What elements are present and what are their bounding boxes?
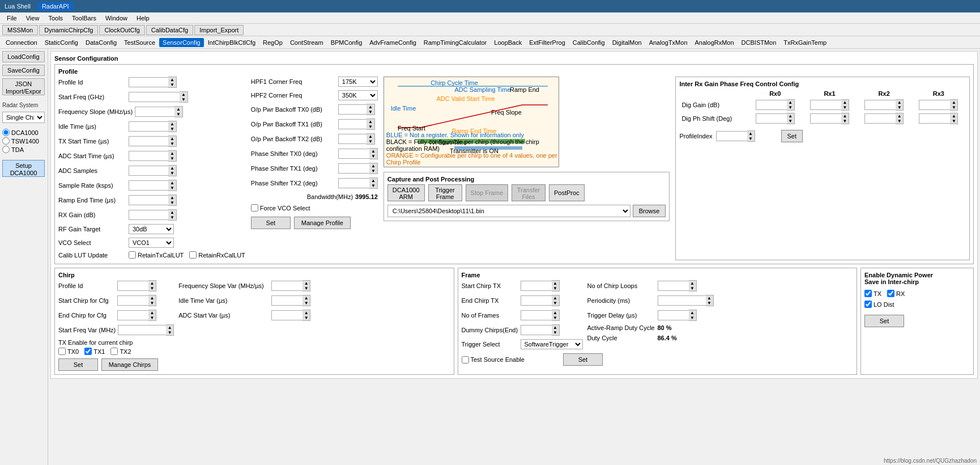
retain-rx-cal-label[interactable]: RetainRxCalLUT	[189, 251, 245, 259]
tab-import-export[interactable]: Import_Export	[194, 25, 244, 35]
op-pwr-tx2-spinbox[interactable]: 0 ▲ ▼	[338, 133, 375, 145]
tx-start-time-spinbox[interactable]: 0.00 ▲ ▼	[129, 136, 177, 147]
dig-ph-rx3-up[interactable]: ▲	[950, 113, 957, 119]
freq-slope-var-input[interactable]: 0.000	[271, 281, 302, 291]
adc-start-var-input[interactable]: 0.00	[271, 310, 302, 320]
tab-intchirpblk[interactable]: IntChirpBlkCtlCfg	[204, 38, 259, 47]
no-of-frames-up[interactable]: ▲	[552, 310, 559, 315]
dig-ph-rx1-cell[interactable]: 0.00 ▲ ▼	[802, 112, 857, 125]
dynamic-power-set-btn[interactable]: Set	[864, 315, 904, 327]
tx2-chirp-label[interactable]: TX2	[110, 348, 131, 355]
rf-gain-select[interactable]: 30dB	[129, 224, 174, 234]
phase-tx2-down[interactable]: ▼	[369, 183, 377, 188]
browse-btn[interactable]: Browse	[633, 205, 666, 217]
dig-gain-rx3-down[interactable]: ▼	[950, 105, 957, 110]
dig-gain-rx1-down[interactable]: ▼	[841, 105, 849, 110]
adc-samples-input[interactable]: 256	[129, 166, 168, 176]
tab-dcbistmon[interactable]: DCBISTMon	[738, 38, 780, 47]
profile-index-up[interactable]: ▲	[747, 131, 755, 136]
profile-id-up[interactable]: ▲	[168, 77, 176, 82]
dig-ph-rx3-down[interactable]: ▼	[950, 119, 957, 124]
retain-tx-cal-label[interactable]: RetainTxCalLUT	[129, 251, 184, 259]
dig-gain-rx3-up[interactable]: ▲	[950, 100, 957, 105]
idle-time-var-up[interactable]: ▲	[302, 295, 310, 301]
tab-sensorconfig[interactable]: SensorConfig	[159, 38, 204, 47]
dummy-chirps-down[interactable]: ▼	[552, 330, 559, 335]
hpf1-select[interactable]: 175K	[338, 77, 378, 87]
dig-gain-rx1-input[interactable]: 0.0	[810, 100, 841, 110]
menu-file[interactable]: File	[2, 14, 22, 23]
sample-rate-up[interactable]: ▲	[168, 180, 176, 185]
manage-chirps-btn[interactable]: Manage Chirps	[101, 358, 158, 371]
end-chirp-cfg-input[interactable]: 2	[117, 310, 148, 320]
adc-start-var-down[interactable]: ▼	[302, 315, 310, 320]
phase-tx0-up[interactable]: ▲	[369, 149, 377, 154]
start-freq-var-down[interactable]: ▼	[166, 330, 173, 335]
rx-dynamic-power-label[interactable]: RX	[887, 290, 905, 297]
periodicity-down[interactable]: ▼	[706, 301, 713, 306]
phase-tx0-down[interactable]: ▼	[369, 154, 377, 159]
tda-radio-label[interactable]: TDA	[2, 146, 45, 153]
op-pwr-tx0-spinbox[interactable]: 0 ▲ ▼	[338, 104, 375, 115]
rx-dynamic-power-checkbox[interactable]	[887, 290, 894, 297]
phase-tx0-spinbox[interactable]: 0.000 ▲ ▼	[338, 148, 378, 159]
idle-time-down[interactable]: ▼	[168, 126, 176, 132]
rx-gain-spinbox[interactable]: 30 ▲ ▼	[129, 209, 177, 221]
tab-digitalmon[interactable]: DigitalMon	[609, 38, 645, 47]
sample-rate-down[interactable]: ▼	[168, 185, 176, 191]
json-import-export-btn[interactable]: JSONImport/Expor	[2, 78, 45, 95]
profile-id-spinbox[interactable]: 0 ▲ ▼	[129, 77, 177, 88]
start-chirp-tx-down[interactable]: ▼	[552, 286, 559, 291]
force-vco-label[interactable]: Force VCO Select	[251, 204, 310, 212]
start-chirp-tx-input[interactable]: 0	[521, 281, 552, 291]
menu-window[interactable]: Window	[101, 14, 132, 23]
tx-dynamic-power-checkbox[interactable]	[864, 290, 872, 297]
freq-slope-var-up[interactable]: ▲	[302, 281, 310, 286]
lua-shell-tab[interactable]: Lua Shell	[5, 3, 31, 10]
dig-ph-rx0-up[interactable]: ▲	[787, 113, 794, 119]
dig-gain-rx2-up[interactable]: ▲	[896, 100, 903, 105]
path-select[interactable]: C:\Users\25804\Desktop\11\1.bin	[387, 205, 630, 217]
dig-ph-rx2-cell[interactable]: 0.00 ▲ ▼	[857, 112, 911, 125]
end-chirp-tx-up[interactable]: ▲	[552, 295, 559, 301]
tab-dynamicchirpcfg[interactable]: DynamicChirpCfg	[39, 25, 98, 35]
idle-time-var-input[interactable]: 0.00	[271, 295, 302, 306]
dca1000-radio-label[interactable]: DCA1000	[2, 129, 45, 136]
chirp-profile-id-up[interactable]: ▲	[148, 281, 156, 286]
test-source-enable-checkbox[interactable]	[462, 356, 469, 363]
dig-ph-rx1-input[interactable]: 0.00	[810, 113, 841, 124]
dig-ph-rx2-down[interactable]: ▼	[896, 119, 903, 124]
tab-bpmconfig[interactable]: BPMConfig	[327, 38, 366, 47]
start-freq-down[interactable]: ▼	[180, 97, 188, 102]
chirp-profile-id-down[interactable]: ▼	[148, 286, 156, 291]
start-freq-spinbox[interactable]: 77.000000 ▲ ▼	[129, 91, 188, 103]
dig-gain-rx2-cell[interactable]: 0.0 ▲ ▼	[857, 98, 911, 112]
profile-set-btn[interactable]: Set	[251, 217, 291, 229]
tab-advframeconfig[interactable]: AdvFrameConfig	[366, 38, 420, 47]
menu-tools[interactable]: Tools	[44, 14, 67, 23]
profile-id-input[interactable]: 0	[129, 77, 168, 87]
tda-radio[interactable]	[2, 146, 10, 153]
tx0-chirp-label[interactable]: TX0	[58, 348, 79, 355]
tab-extfilterprog[interactable]: ExtFilterProg	[526, 38, 569, 47]
no-chirp-loops-input[interactable]: 128	[658, 281, 689, 291]
tab-dataconfig[interactable]: DataConfig	[82, 38, 120, 47]
force-vco-checkbox[interactable]	[251, 204, 258, 212]
freq-slope-down[interactable]: ▼	[174, 112, 182, 117]
periodicity-input[interactable]: 60.000000	[658, 295, 706, 306]
end-chirp-up[interactable]: ▲	[148, 310, 156, 315]
retain-tx-cal-checkbox[interactable]	[129, 251, 136, 259]
dig-gain-rx3-input[interactable]: 0.0	[919, 100, 950, 110]
phase-tx2-spinbox[interactable]: 0.000 ▲ ▼	[338, 177, 378, 189]
retain-rx-cal-checkbox[interactable]	[189, 251, 197, 259]
dig-gain-rx0-up[interactable]: ▲	[787, 100, 794, 105]
start-chirp-up[interactable]: ▲	[148, 295, 156, 301]
trigger-delay-input[interactable]: 0.00	[658, 310, 689, 320]
adc-start-down[interactable]: ▼	[168, 156, 176, 161]
rx-gain-up[interactable]: ▲	[168, 210, 176, 215]
menu-help[interactable]: Help	[132, 14, 154, 23]
idle-time-up[interactable]: ▲	[168, 121, 176, 126]
phase-tx0-input[interactable]: 0.000	[338, 149, 369, 159]
start-chirp-down[interactable]: ▼	[148, 301, 156, 306]
dig-gain-rx0-cell[interactable]: 0.0 ▲ ▼	[748, 98, 802, 112]
